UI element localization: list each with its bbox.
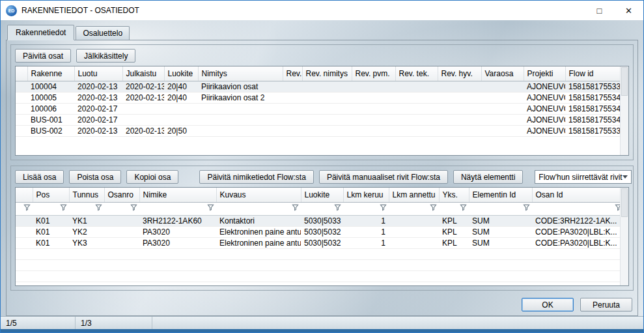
table-row[interactable]: K01YK2PA3020Elektroninen paine anturi503… xyxy=(16,226,624,237)
row-selector[interactable] xyxy=(16,226,33,237)
table-row[interactable]: BUS-0022020-02-132020-02-1320|50AJONEUVO… xyxy=(16,125,624,136)
filter-icon[interactable] xyxy=(523,204,530,211)
column-header[interactable]: Luokite xyxy=(301,188,343,202)
tab-rakennetiedot[interactable]: Rakennetiedot xyxy=(7,25,74,40)
column-header[interactable]: Tunnus xyxy=(69,188,104,202)
row-selector[interactable] xyxy=(16,103,27,114)
column-header[interactable]: Luotu xyxy=(74,66,122,81)
table-cell xyxy=(104,237,139,248)
maximize-button[interactable]: □ xyxy=(585,1,614,20)
column-header[interactable]: Osanro xyxy=(104,188,139,202)
column-header[interactable]: Elementin Id xyxy=(469,188,532,202)
filter-icon[interactable] xyxy=(130,204,137,211)
filter-icon[interactable] xyxy=(292,204,299,211)
column-header[interactable]: Rev. pvm. xyxy=(352,66,395,81)
lisaa-osa-button[interactable]: Lisää osa xyxy=(15,170,64,184)
column-header[interactable]: Luokite xyxy=(164,66,198,81)
paivita-nimiketiedot-button[interactable]: Päivitä nimiketiedot Flow:sta xyxy=(199,170,313,184)
filter-cell[interactable] xyxy=(216,202,301,215)
column-header[interactable]: Varaosa xyxy=(481,66,524,81)
filter-cell[interactable] xyxy=(469,202,532,215)
row-selector[interactable] xyxy=(16,237,33,248)
filter-cell[interactable] xyxy=(33,202,69,215)
filter-icon[interactable] xyxy=(430,204,437,211)
status-bar: 1/5 1/3 xyxy=(1,316,643,329)
column-header[interactable]: Nimike xyxy=(139,188,216,202)
filter-cell[interactable] xyxy=(389,202,439,215)
table-row[interactable]: K01YK3PA3020Elektroninen paine anturi503… xyxy=(16,237,624,248)
table-row[interactable]: BUS-0012020-02-17AJONEUVO1581581755347 xyxy=(16,114,624,125)
table-cell xyxy=(438,114,481,125)
cancel-button[interactable]: Peruuta xyxy=(580,298,632,311)
parts-scrollbar[interactable] xyxy=(620,188,628,285)
column-header[interactable]: Yks. xyxy=(439,188,469,202)
table-cell: CODE:3RH2122-1AK... xyxy=(532,215,624,226)
column-header[interactable]: Osan Id xyxy=(532,188,624,202)
table-cell xyxy=(283,125,302,136)
table-cell: 2020-02-13 xyxy=(122,81,164,92)
filter-icon[interactable] xyxy=(23,204,31,211)
filter-icon[interactable] xyxy=(207,204,214,211)
table-row[interactable]: K01YK13RH2122-1AK60Kontaktori5030|50331K… xyxy=(16,215,624,226)
column-header[interactable]: Rakenne xyxy=(27,66,74,81)
column-header[interactable]: Rev. tek. xyxy=(395,66,438,81)
table-cell xyxy=(352,92,395,103)
column-header[interactable]: Kuvaus xyxy=(216,188,301,202)
row-selector[interactable] xyxy=(16,125,27,136)
parts-toolbar: Lisää osa Poista osa Kopioi osa Päivitä … xyxy=(15,170,629,184)
table-row[interactable]: 1000042020-02-132020-02-1320|40Piirikaav… xyxy=(16,81,624,92)
rows-filter-dropdown[interactable]: Flow'hun siirrettävät rivit xyxy=(535,170,631,184)
table-cell: AJONEUVO xyxy=(524,125,565,136)
structures-scrollbar[interactable] xyxy=(620,66,628,155)
row-selector[interactable] xyxy=(16,81,27,92)
column-header[interactable]: Julkaistu xyxy=(122,66,164,81)
filter-cell[interactable] xyxy=(343,202,389,215)
table-cell: YK3 xyxy=(69,237,104,248)
filter-icon[interactable] xyxy=(460,204,467,211)
filter-icon[interactable] xyxy=(60,204,67,211)
column-header[interactable]: Nimitys xyxy=(198,66,283,81)
filter-cell[interactable] xyxy=(139,202,216,215)
column-header[interactable]: Rev. hyv. xyxy=(438,66,481,81)
column-header[interactable]: Rev. xyxy=(283,66,302,81)
tab-osaluettelo[interactable]: Osaluettelo xyxy=(76,26,130,40)
structures-toolbar: Päivitä osat Jälkikäsittely xyxy=(15,49,629,63)
row-selector[interactable] xyxy=(16,92,27,103)
table-cell xyxy=(481,81,524,92)
filter-cell[interactable] xyxy=(532,202,624,215)
table-row[interactable]: 1000062020-02-17AJONEUVO1581581755349 xyxy=(16,103,624,114)
column-header[interactable]: Projekti xyxy=(524,66,565,81)
close-icon: ✕ xyxy=(625,6,632,16)
column-header[interactable]: Flow id xyxy=(565,66,624,81)
poista-osa-button[interactable]: Poista osa xyxy=(69,170,121,184)
jalkikasittely-button[interactable]: Jälkikäsittely xyxy=(76,49,135,63)
table-row[interactable]: 1000052020-02-132020-02-1320|40Piirikaav… xyxy=(16,92,624,103)
table-cell xyxy=(104,226,139,237)
table-cell: 1581581755347 xyxy=(565,114,624,125)
parts-table-grid: PosTunnusOsanroNimikeKuvausLuokiteLkm ke… xyxy=(16,188,628,286)
filter-cell[interactable] xyxy=(301,202,343,215)
scrollbar-thumb[interactable] xyxy=(621,188,628,217)
paivita-osat-button[interactable]: Päivitä osat xyxy=(15,49,71,63)
filter-icon[interactable] xyxy=(95,204,102,211)
kopioi-osa-button[interactable]: Kopioi osa xyxy=(126,170,178,184)
table-cell: YK2 xyxy=(69,226,104,237)
column-header[interactable]: Lkm annettu xyxy=(389,188,439,202)
filter-icon[interactable] xyxy=(334,204,341,211)
ok-button[interactable]: OK xyxy=(522,298,574,311)
filter-cell[interactable] xyxy=(69,202,104,215)
paivita-manuaaliset-rivit-button[interactable]: Päivitä manuaaliset rivit Flow:sta xyxy=(319,170,448,184)
table-cell xyxy=(164,114,198,125)
close-button[interactable]: ✕ xyxy=(614,1,643,20)
row-selector[interactable] xyxy=(16,114,27,125)
column-header[interactable]: Rev. nimitys xyxy=(302,66,352,81)
column-header[interactable]: Pos xyxy=(33,188,69,202)
filter-cell[interactable] xyxy=(16,202,33,215)
nayta-elementti-button[interactable]: Näytä elementti xyxy=(453,170,523,184)
scrollbar-thumb[interactable] xyxy=(621,67,628,96)
filter-cell[interactable] xyxy=(104,202,139,215)
column-header[interactable]: Lkm keruu xyxy=(343,188,389,202)
row-selector[interactable] xyxy=(16,215,33,226)
filter-icon[interactable] xyxy=(380,204,387,211)
filter-cell[interactable] xyxy=(439,202,469,215)
